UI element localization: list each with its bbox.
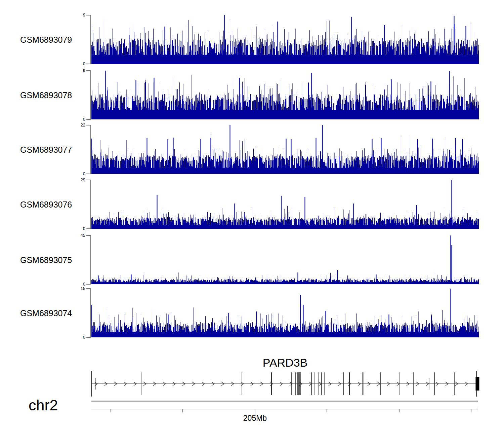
axis-tick [86,284,91,285]
track-y-axis [90,71,91,119]
y-max-value: 15 [65,286,85,291]
track-label: GSM6893078 [20,90,74,100]
coverage-signal [91,180,479,229]
axis-tick [86,337,91,338]
y-max-value: 9 [65,12,85,18]
y-min-value: 0 [65,171,85,177]
gene-model [0,357,504,400]
y-min-value: 0 [65,117,85,122]
track-label: GSM6893079 [20,35,74,45]
coverage-signal [91,71,479,119]
y-min-value: 0 [65,335,85,340]
axis-tick [86,64,91,64]
axis-tick [86,235,91,236]
axis-tick [86,70,91,71]
y-max-value: 22 [65,122,85,128]
axis-tick [86,180,91,180]
track-y-axis [90,180,91,229]
genome-browser-view: GSM689307990GSM689307890GSM6893077220GSM… [0,0,504,444]
track-y-axis [90,289,91,337]
axis-tick [86,228,91,229]
coverage-signal [91,235,479,284]
y-max-value: 45 [65,233,85,238]
y-max-value: 9 [65,68,85,73]
axis-tick [86,125,91,125]
y-max-value: 29 [65,177,85,183]
track-y-axis [90,125,91,174]
axis-tick [86,119,91,120]
track-y-axis [90,235,91,284]
coverage-signal [91,125,479,174]
terminal-exon-block [475,377,479,391]
track-y-axis [90,15,91,64]
axis-tick [86,288,91,289]
y-min-value: 0 [65,226,85,231]
track-label: GSM6893075 [20,255,74,265]
axis-tick [86,174,91,174]
position-tick-label: 205Mb [243,414,267,422]
track-label: GSM6893076 [20,199,74,210]
y-min-value: 0 [65,61,85,67]
track-label: GSM6893074 [20,308,74,318]
track-label: GSM6893077 [20,145,74,155]
axis-tick [86,15,91,15]
coverage-signal [91,15,479,64]
chromosome-label: chr2 [29,397,58,414]
coverage-signal [91,289,479,337]
